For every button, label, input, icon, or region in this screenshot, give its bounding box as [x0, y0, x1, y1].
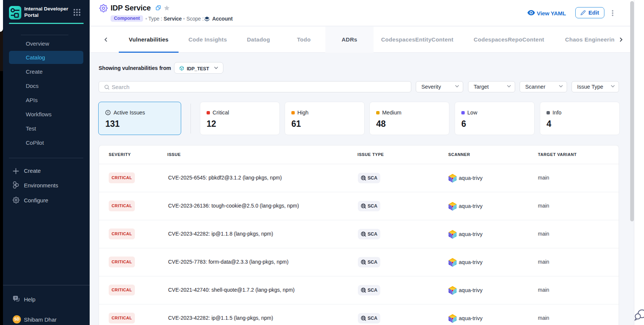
svg-text:?: ?	[15, 296, 17, 300]
